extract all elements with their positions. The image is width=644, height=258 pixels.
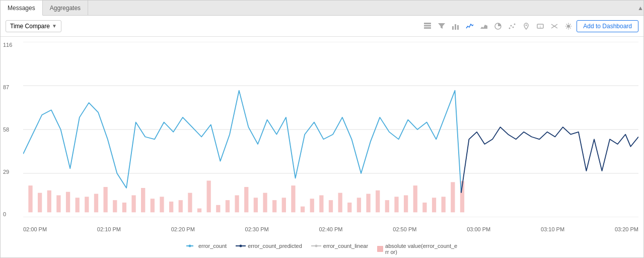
- legend: error_count error_count_predicted error_…: [1, 243, 643, 255]
- svg-rect-28: [103, 187, 107, 212]
- svg-rect-50: [310, 199, 314, 212]
- svg-rect-41: [226, 200, 230, 212]
- filter-icon[interactable]: [437, 21, 447, 31]
- svg-rect-54: [347, 203, 351, 212]
- chevron-down-icon: ▼: [52, 23, 57, 29]
- time-compare-button[interactable]: Time Compare ▼: [6, 20, 61, 32]
- svg-rect-1: [424, 25, 431, 26]
- svg-rect-30: [122, 203, 126, 212]
- svg-rect-25: [76, 198, 80, 212]
- svg-rect-31: [131, 196, 135, 213]
- svg-rect-42: [235, 196, 239, 213]
- svg-rect-21: [38, 193, 42, 213]
- tab-scroll-icon[interactable]: ▲: [637, 1, 643, 15]
- table-icon[interactable]: [422, 21, 433, 31]
- svg-rect-62: [422, 203, 426, 212]
- bar-chart-icon[interactable]: [451, 21, 461, 31]
- scatter-icon[interactable]: [507, 21, 517, 31]
- svg-rect-61: [413, 185, 417, 212]
- svg-point-68: [188, 245, 191, 247]
- pie-chart-icon[interactable]: [493, 21, 503, 31]
- legend-line-error-count-linear: [311, 244, 321, 248]
- svg-rect-63: [432, 198, 436, 212]
- merge-icon[interactable]: [549, 21, 559, 31]
- tab-spacer: [88, 1, 637, 15]
- svg-rect-40: [216, 205, 220, 213]
- tab-messages[interactable]: Messages: [1, 1, 43, 16]
- svg-rect-4: [455, 24, 456, 30]
- svg-rect-65: [451, 182, 455, 212]
- legend-line-error-count: [186, 244, 196, 248]
- svg-rect-43: [244, 187, 248, 212]
- toolbar-icons: 1: [422, 21, 574, 31]
- svg-rect-20: [28, 185, 32, 212]
- chart-svg: [23, 42, 638, 217]
- svg-point-70: [240, 245, 242, 247]
- toolbar: Time Compare ▼: [1, 16, 643, 37]
- svg-rect-0: [424, 23, 431, 24]
- svg-rect-34: [160, 197, 164, 212]
- x-axis-labels: 02:00 PM 02:10 PM 02:20 PM 02:30 PM 02:4…: [23, 226, 638, 232]
- settings-icon[interactable]: [563, 21, 574, 31]
- svg-rect-53: [338, 193, 342, 213]
- svg-rect-45: [263, 193, 267, 213]
- svg-rect-46: [272, 200, 276, 212]
- svg-rect-36: [179, 200, 183, 212]
- svg-rect-73: [377, 246, 383, 252]
- svg-rect-48: [291, 185, 295, 212]
- svg-text:1: 1: [539, 25, 541, 29]
- chart-area: 116 87 58 29 0: [1, 37, 643, 257]
- svg-rect-47: [282, 198, 286, 212]
- svg-rect-23: [56, 196, 60, 213]
- tab-aggregates[interactable]: Aggregates: [43, 1, 88, 15]
- legend-error-count-predicted: error_count_predicted: [236, 243, 302, 249]
- svg-point-14: [567, 25, 570, 27]
- svg-rect-33: [151, 199, 155, 212]
- single-value-icon[interactable]: 1: [535, 21, 545, 31]
- map-icon[interactable]: [521, 21, 531, 31]
- area-chart-icon[interactable]: [479, 21, 489, 31]
- svg-rect-26: [85, 197, 89, 212]
- svg-point-7: [509, 27, 511, 29]
- svg-rect-56: [366, 194, 370, 213]
- svg-rect-51: [319, 196, 323, 213]
- svg-rect-5: [457, 25, 459, 30]
- svg-rect-39: [207, 181, 211, 213]
- svg-point-9: [513, 26, 514, 28]
- svg-rect-27: [94, 194, 98, 213]
- svg-rect-29: [113, 200, 117, 212]
- svg-point-10: [514, 23, 516, 25]
- svg-rect-44: [254, 198, 258, 212]
- add-to-dashboard-button[interactable]: Add to Dashboard: [577, 20, 638, 32]
- tab-bar: Messages Aggregates ▲: [1, 1, 643, 16]
- svg-rect-64: [442, 197, 446, 212]
- svg-rect-32: [141, 188, 145, 212]
- legend-error-count-linear: error_count_linear: [311, 243, 368, 249]
- main-container: Messages Aggregates ▲ Time Compare ▼: [0, 0, 644, 258]
- legend-absolute-value: absolute value(error_count_err or): [377, 243, 458, 255]
- svg-rect-49: [301, 207, 305, 213]
- svg-rect-3: [452, 26, 454, 30]
- svg-point-11: [526, 24, 527, 26]
- svg-rect-57: [376, 190, 380, 213]
- svg-rect-59: [394, 197, 398, 212]
- svg-rect-55: [357, 198, 361, 212]
- legend-bar-absolute-value: [377, 246, 383, 252]
- svg-rect-2: [424, 27, 431, 29]
- svg-rect-38: [197, 209, 201, 213]
- svg-rect-60: [404, 196, 408, 213]
- svg-rect-24: [66, 192, 70, 213]
- y-axis-labels: 116 87 58 29 0: [3, 42, 12, 217]
- svg-rect-58: [385, 200, 389, 212]
- svg-rect-22: [47, 190, 51, 213]
- legend-line-error-count-predicted: [236, 244, 246, 248]
- svg-point-8: [511, 25, 512, 26]
- svg-point-72: [315, 245, 317, 247]
- svg-rect-52: [329, 200, 333, 212]
- line-chart-icon[interactable]: [465, 21, 475, 31]
- svg-rect-37: [188, 193, 192, 213]
- svg-rect-35: [169, 202, 173, 212]
- legend-error-count: error_count: [186, 243, 227, 249]
